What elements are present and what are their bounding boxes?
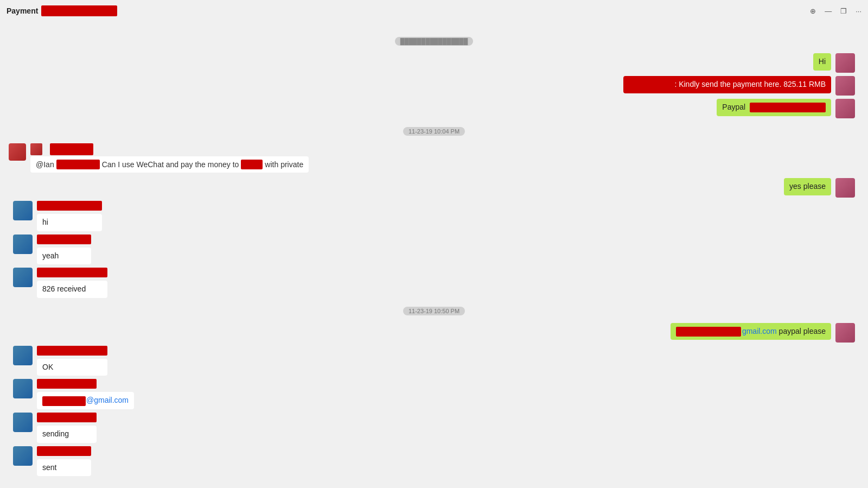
avatar-img-left-826 [13, 268, 33, 287]
bubble-paypal: Paypal [717, 99, 831, 116]
chat-area: ████████████████ Hi : Kindly send the pa… [0, 22, 868, 488]
timestamp-top-text: ████████████████ [395, 37, 474, 46]
msg-row-yes: yes please [9, 178, 859, 198]
ian-name-redact [50, 143, 93, 155]
email-redact [42, 396, 86, 406]
avatar-img-right-yes [835, 178, 855, 198]
bubble-group-826: 826 received [37, 268, 107, 298]
timestamp-mid1: 11-23-19 10:04 PM [9, 126, 859, 136]
title-redact [41, 5, 117, 16]
avatar-ian-small1 [9, 143, 26, 161]
msg-row-hi: Hi [9, 53, 859, 73]
bubble-gmail-right: gmail.com paypal please [671, 323, 831, 340]
avatar-left-sending [13, 413, 33, 432]
pin-button[interactable]: ⊕ [810, 7, 816, 15]
avatar-ian-small2 [30, 143, 42, 155]
bubble-yes: yes please [784, 178, 831, 195]
msg-row-ian: @Ian Can I use WeChat and pay the money … [9, 143, 859, 173]
sent-text: sent [42, 463, 56, 472]
bubble-group-email: @gmail.com [37, 379, 134, 409]
avatar-img-right-gmail [835, 323, 855, 343]
payment-redact [629, 80, 672, 90]
payment-text: : Kindly send the payment here. 825.11 R… [674, 80, 826, 88]
msg-row-ok: OK [9, 346, 859, 376]
msg-row-email: @gmail.com [9, 379, 859, 409]
msg-row-826: 826 received [9, 268, 859, 298]
avatar-left-yeah [13, 235, 33, 254]
timestamp-mid2: 11-23-19 10:50 PM [9, 306, 859, 315]
avatar-img-left-hi [13, 201, 33, 220]
timestamp-mid1-text: 11-23-19 10:04 PM [403, 127, 465, 136]
left-group-1: hi yeah 826 received [9, 201, 859, 298]
ian-redact2 [241, 160, 263, 169]
bubble-sending: sending [37, 426, 97, 443]
sender-826-redact [37, 268, 107, 277]
paypal-text: Paypal [722, 103, 745, 111]
email-gmail-link: @gmail.com [86, 396, 129, 404]
sending-text: sending [42, 429, 69, 438]
avatar-img-left-ok [13, 346, 33, 365]
ian-redact1 [56, 160, 100, 169]
avatar-right-2 [835, 76, 855, 96]
window-title: Payment [7, 5, 117, 16]
timestamp-top: ████████████████ [9, 36, 859, 46]
avatar-img-left-email [13, 379, 33, 398]
paypal-please-text: paypal please [779, 327, 826, 335]
bubble-group-ok: OK [37, 346, 107, 376]
window-controls: ⊕ — ❐ ··· [810, 0, 861, 22]
bubble-group-hi: hi [37, 201, 102, 231]
bubble-ok: OK [37, 359, 107, 376]
826-text: 826 received [42, 284, 86, 293]
timestamp-mid2-text: 11-23-19 10:50 PM [403, 307, 465, 315]
minimize-button[interactable]: — [825, 7, 832, 15]
bubble-hi-left: hi [37, 214, 102, 231]
gmail-redact-right [676, 327, 741, 337]
msg-row-sending: sending [9, 413, 859, 443]
avatar-right-gmail [835, 323, 855, 343]
msg-row-sent: sent [9, 446, 859, 477]
avatar-img-left-sent [13, 446, 33, 466]
bubble-email: @gmail.com [37, 392, 134, 409]
bubble-sent: sent [37, 459, 91, 477]
ok-text: OK [42, 363, 53, 371]
avatar-img-right-3 [835, 99, 855, 118]
avatar-img-left-sending [13, 413, 33, 432]
hi-left-text: hi [42, 218, 48, 226]
avatar-left-hi [13, 201, 33, 220]
yes-text: yes please [789, 182, 826, 191]
more-button[interactable]: ··· [856, 7, 861, 15]
bubble-group-sending: sending [37, 413, 97, 443]
bubble-826: 826 received [37, 281, 107, 298]
ian-at: @Ian [36, 160, 54, 169]
bubble-group-yeah: yeah [37, 235, 91, 265]
avatar-img-left-yeah [13, 235, 33, 254]
yeah-text: yeah [42, 251, 59, 260]
bubble-yeah: yeah [37, 248, 91, 265]
titlebar: Payment ⊕ — ❐ ··· [0, 0, 868, 22]
paypal-redact [750, 103, 826, 112]
left-group-2: OK @gmail.com sendin [9, 346, 859, 476]
bubble-payment: : Kindly send the payment here. 825.11 R… [623, 76, 831, 93]
msg-row-payment: : Kindly send the payment here. 825.11 R… [9, 76, 859, 96]
avatar-right-1 [835, 53, 855, 73]
avatar-left-826 [13, 268, 33, 287]
right-top-messages: Hi : Kindly send the payment here. 825.1… [9, 53, 859, 118]
avatar-img-right-1 [835, 53, 855, 73]
title-text: Payment [7, 7, 38, 15]
bubble-group-sent: sent [37, 446, 91, 477]
ian-text2: with private [265, 160, 303, 169]
sender-yeah-redact [37, 235, 91, 244]
msg-row-hi-left: hi [9, 201, 859, 231]
bubble-ian: @Ian Can I use WeChat and pay the money … [30, 156, 309, 173]
avatar-right-3 [835, 99, 855, 118]
bubble-hi: Hi [813, 53, 831, 71]
bubble-hi-text: Hi [819, 57, 826, 66]
avatar-left-sent [13, 446, 33, 466]
avatar-left-email [13, 379, 33, 398]
sender-sending-redact [37, 413, 97, 422]
sender-hi-redact [37, 201, 102, 211]
gmail-link-right: gmail.com [742, 327, 777, 335]
avatar-right-yes [835, 178, 855, 198]
sender-ok-redact [37, 346, 107, 356]
restore-button[interactable]: ❐ [840, 7, 847, 15]
